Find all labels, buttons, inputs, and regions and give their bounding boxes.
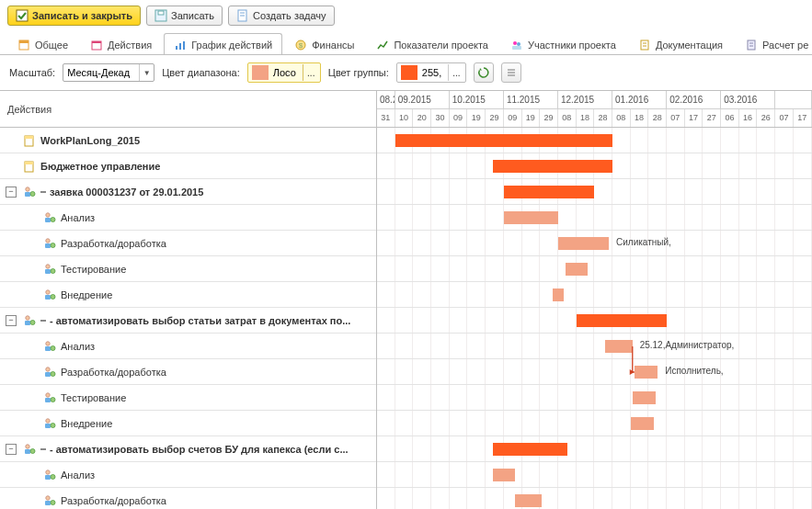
task-label: - автоматизировать выбор счетов БУ для к…	[50, 444, 376, 455]
gantt-bar[interactable]	[605, 340, 633, 353]
svg-point-33	[30, 191, 35, 196]
task-row[interactable]: Анализ	[0, 334, 376, 359]
svg-rect-0	[17, 10, 28, 21]
svg-rect-38	[45, 243, 51, 248]
save-label: Записать	[171, 10, 214, 21]
tab-docs[interactable]: Документация	[628, 33, 733, 55]
expand-toggle[interactable]: −	[6, 187, 17, 198]
group-color-value[interactable]	[420, 66, 448, 79]
svg-rect-32	[25, 192, 30, 197]
range-color-more-button[interactable]: ...	[303, 64, 319, 81]
gantt-bar[interactable]	[635, 366, 658, 379]
bar-row	[377, 256, 812, 282]
tab-indicators[interactable]: Показатели проекта	[366, 33, 498, 55]
svg-rect-2	[158, 11, 164, 15]
tab-recalc[interactable]: Расчет ре	[735, 33, 812, 55]
task-row[interactable]: Разработка/доработка	[0, 488, 376, 509]
day-header-cell: 26	[757, 109, 775, 128]
range-color-value[interactable]	[271, 66, 303, 79]
group-color-swatch	[401, 65, 417, 80]
gantt-bar[interactable]	[631, 417, 655, 430]
day-header-cell: 07	[775, 109, 794, 128]
task-row[interactable]: WorkPlanLong_2015	[0, 128, 376, 153]
gantt-bar[interactable]	[566, 263, 588, 276]
day-header-cell: 18	[577, 109, 595, 128]
svg-point-43	[46, 289, 50, 293]
bar-row: Силикатный,	[377, 231, 812, 256]
bar-row: 25.12,Администратор,	[377, 334, 812, 359]
task-row[interactable]: Анализ	[0, 205, 376, 231]
day-header-cell: 16	[739, 109, 758, 128]
task-row[interactable]: Внедрение	[0, 282, 376, 308]
task-label: Разработка/доработка	[61, 495, 376, 506]
scale-value-input[interactable]	[63, 64, 139, 81]
group-color-picker[interactable]: ...	[396, 62, 466, 83]
gantt-bar[interactable]	[577, 314, 668, 327]
gantt-bar[interactable]	[395, 134, 612, 147]
task-row[interactable]: − - автоматизировать выбор статьи затрат…	[0, 308, 376, 334]
bar-row	[377, 385, 812, 411]
list-view-button[interactable]	[501, 62, 521, 83]
gantt-bar[interactable]	[493, 469, 515, 481]
task-row[interactable]: Разработка/доработка	[0, 231, 376, 256]
scale-dropdown[interactable]: ▼	[63, 63, 154, 82]
tab-finance[interactable]: $Финансы	[284, 33, 364, 55]
svg-point-36	[51, 217, 55, 221]
dash-icon	[40, 191, 46, 193]
gantt-bar[interactable]	[493, 443, 567, 456]
task-row[interactable]: Тестирование	[0, 385, 376, 411]
task-label: Внедрение	[61, 418, 376, 429]
gantt-left-header: Действия	[0, 91, 376, 128]
expand-toggle[interactable]: −	[6, 444, 17, 455]
task-row[interactable]: − - автоматизировать выбор счетов БУ для…	[0, 436, 376, 462]
save-close-button[interactable]: Записать и закрыть	[7, 6, 141, 26]
gantt-bar[interactable]	[504, 186, 595, 198]
tab-general[interactable]: Общее	[7, 33, 78, 55]
scale-dropdown-button[interactable]: ▼	[139, 64, 154, 81]
tab-actions-chart[interactable]: График действий	[164, 33, 282, 55]
gantt-bar[interactable]	[515, 494, 543, 507]
bar-annotation: Исполнитель,	[665, 366, 723, 376]
tab-actions-chart-icon	[174, 39, 187, 51]
expand-toggle[interactable]: −	[6, 315, 17, 326]
task-row[interactable]: Анализ	[0, 462, 376, 488]
group-color-label: Цвет группы:	[328, 67, 389, 78]
refresh-button[interactable]	[474, 62, 494, 83]
day-header-cell: 28	[648, 109, 667, 128]
svg-point-45	[51, 294, 55, 299]
day-header-cell: 07	[667, 109, 685, 128]
range-color-picker[interactable]: ...	[247, 62, 321, 83]
svg-point-48	[30, 320, 35, 324]
day-header-cell: 19	[467, 109, 486, 128]
task-row[interactable]: Бюджетное управление	[0, 153, 376, 179]
tab-actions[interactable]: Действия	[80, 33, 162, 55]
bar-row	[377, 205, 812, 231]
gantt-bar[interactable]	[493, 160, 612, 173]
gantt-bar[interactable]	[558, 237, 609, 250]
group-color-more-button[interactable]: ...	[448, 64, 464, 81]
day-header-cell: 30	[431, 109, 450, 128]
save-button[interactable]: Записать	[146, 6, 223, 26]
tab-label: Документация	[656, 40, 723, 51]
tab-general-icon	[17, 39, 30, 51]
tab-indicators-icon	[376, 39, 389, 51]
gantt-bar[interactable]	[504, 211, 558, 224]
day-header-cell: 08	[612, 109, 631, 128]
tab-recalc-icon	[745, 39, 758, 51]
task-row[interactable]: −заявка 000031237 от 29.01.2015	[0, 179, 376, 205]
gantt-bar[interactable]	[633, 391, 657, 404]
svg-rect-21	[748, 40, 755, 50]
svg-rect-12	[183, 41, 185, 50]
create-task-button[interactable]: Создать задачу	[228, 6, 335, 26]
task-row[interactable]: Разработка/доработка	[0, 359, 376, 385]
svg-rect-62	[25, 449, 30, 454]
bar-annotation: 25.12,Администратор,	[640, 340, 735, 350]
tab-docs-icon	[638, 39, 651, 51]
day-header-cell: 20	[413, 109, 431, 128]
list-icon	[505, 66, 518, 79]
tab-label: Общее	[35, 40, 68, 51]
task-row[interactable]: Тестирование	[0, 256, 376, 282]
gantt-bar[interactable]	[553, 288, 564, 301]
tab-members[interactable]: Участники проекта	[500, 33, 626, 55]
task-row[interactable]: Внедрение	[0, 411, 376, 436]
